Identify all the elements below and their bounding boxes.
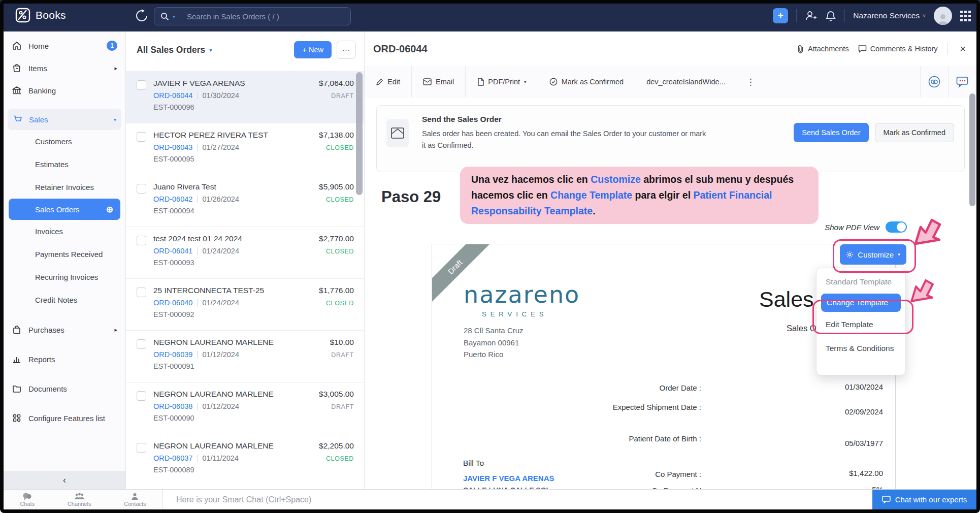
sidebar-item-items[interactable]: Items ▸ bbox=[4, 57, 125, 79]
home-icon bbox=[12, 41, 22, 51]
order-number-link[interactable]: ORD-06041 bbox=[153, 247, 192, 255]
search-input[interactable]: Search in Sales Orders ( / ) bbox=[187, 12, 279, 21]
table-row[interactable]: NEGRON LAUREANO MARLENE ORD-0603701/11/2… bbox=[125, 434, 364, 486]
order-number-link[interactable]: ORD-06044 bbox=[153, 91, 192, 100]
detail-scrollbar[interactable] bbox=[969, 93, 975, 206]
pdf-print-button[interactable]: PDF/Print ▾ bbox=[466, 66, 538, 98]
status-badge: DRAFT bbox=[330, 351, 354, 359]
sidebar-item-sales-orders[interactable]: Sales Orders ⊕ bbox=[9, 199, 120, 220]
order-number-link[interactable]: ORD-06037 bbox=[153, 454, 192, 462]
customer-name: HECTOR PEREZ RIVERA TEST bbox=[153, 131, 312, 140]
order-number-link[interactable]: ORD-06039 bbox=[153, 350, 192, 359]
table-row[interactable]: JAVIER F VEGA ARENAS ORD-0604401/30/2024… bbox=[125, 71, 364, 123]
integrations-rings-icon[interactable] bbox=[921, 66, 948, 98]
comments-history-button[interactable]: Comments & History bbox=[858, 45, 938, 53]
order-amount: $1,776.00 bbox=[319, 286, 354, 295]
notifications-bell-icon[interactable] bbox=[825, 10, 836, 22]
email-button[interactable]: Email bbox=[412, 66, 466, 98]
search-scope-caret-icon[interactable]: ▾ bbox=[173, 14, 175, 19]
sidebar-collapse-button[interactable]: ‹ bbox=[4, 471, 125, 490]
table-row[interactable]: 25 INTERCONNECTA TEST-25 ORD-0604001/24/… bbox=[125, 278, 364, 330]
search-icon bbox=[160, 12, 169, 21]
user-avatar[interactable] bbox=[934, 7, 952, 25]
feedback-bubble-icon[interactable] bbox=[948, 66, 976, 98]
row-checkbox[interactable] bbox=[137, 184, 146, 194]
table-row[interactable]: HECTOR PEREZ RIVERA TEST ORD-0604301/27/… bbox=[125, 123, 364, 175]
row-checkbox[interactable] bbox=[137, 132, 146, 142]
org-caret-icon: ˅ bbox=[923, 13, 926, 19]
invite-users-icon[interactable] bbox=[805, 10, 817, 21]
org-switcher[interactable]: Nazareno Services ˅ bbox=[853, 11, 926, 20]
send-sales-order-button[interactable]: Send Sales Order bbox=[794, 123, 868, 142]
envelope-illustration-icon bbox=[386, 119, 409, 147]
list-filter-dropdown[interactable]: All Sales Orders ▾ bbox=[137, 45, 212, 55]
sidebar-item-purchases[interactable]: Purchases ▸ bbox=[4, 318, 125, 341]
send-panel-title: Send the Sales Order bbox=[422, 115, 502, 124]
sidebar-item-invoices[interactable]: Invoices bbox=[4, 220, 125, 243]
row-checkbox[interactable] bbox=[137, 339, 146, 349]
filter-caret-icon: ▾ bbox=[209, 47, 212, 53]
envelope-icon bbox=[423, 78, 432, 85]
dock-item-chats[interactable]: Chats bbox=[20, 493, 35, 507]
quick-add-button[interactable]: + bbox=[773, 8, 788, 23]
menu-item-standard-template[interactable]: Standard Template bbox=[816, 273, 905, 291]
smart-chat-input[interactable]: Here is your Smart Chat (Ctrl+Space) bbox=[163, 490, 872, 509]
status-badge: DRAFT bbox=[319, 403, 354, 410]
add-sales-order-icon[interactable]: ⊕ bbox=[106, 204, 113, 215]
history-icon[interactable] bbox=[135, 9, 148, 22]
list-scrollbar[interactable] bbox=[356, 72, 363, 195]
detail-body: Send the Sales Order Sales order has bee… bbox=[365, 98, 976, 490]
close-icon[interactable]: ✕ bbox=[957, 44, 969, 54]
sidebar-item-documents[interactable]: Documents bbox=[4, 377, 125, 400]
table-row[interactable]: test 2024 test 01 24 2024 ORD-0604101/24… bbox=[125, 227, 364, 278]
global-search[interactable]: ▾ Search in Sales Orders ( / ) bbox=[154, 7, 351, 25]
edit-button[interactable]: Edit bbox=[365, 66, 412, 98]
order-number-link[interactable]: ORD-06040 bbox=[153, 299, 192, 307]
dock-item-channels[interactable]: Channels bbox=[68, 493, 91, 507]
row-checkbox[interactable] bbox=[137, 443, 146, 453]
row-checkbox[interactable] bbox=[137, 391, 146, 401]
sidebar-group-sales[interactable]: Sales ▾ bbox=[8, 109, 121, 130]
chat-with-experts-button[interactable]: Chat with our experts bbox=[872, 490, 976, 509]
sidebar-item-credit-notes[interactable]: Credit Notes bbox=[4, 288, 125, 311]
menu-divider bbox=[816, 336, 905, 336]
menu-item-terms-conditions[interactable]: Terms & Conditions bbox=[816, 341, 905, 356]
mark-as-confirmed-button[interactable]: Mark as Confirmed bbox=[538, 66, 635, 98]
divider bbox=[844, 9, 845, 22]
sidebar-item-payments-received[interactable]: Payments Received bbox=[4, 243, 125, 266]
list-more-button[interactable]: ··· bbox=[337, 41, 356, 59]
field-row: Patient Date of Birth : 05/03/1977 bbox=[432, 433, 701, 444]
sidebar-item-retainer-invoices[interactable]: Retainer Invoices bbox=[4, 176, 125, 199]
custom-action-button[interactable]: dev_createIslandWide... bbox=[635, 66, 737, 98]
order-number-link[interactable]: ORD-06042 bbox=[153, 195, 192, 203]
sidebar-item-estimates[interactable]: Estimates bbox=[4, 153, 125, 176]
dock-item-contacts[interactable]: Contacts bbox=[124, 493, 146, 507]
sidebar-item-configure-features[interactable]: Configure Features list bbox=[4, 407, 125, 429]
order-number-link[interactable]: ORD-06038 bbox=[153, 402, 192, 410]
sidebar-item-recurring-invoices[interactable]: Recurring Invoices bbox=[4, 266, 125, 288]
company-logo: nazareno SERVICES bbox=[464, 281, 580, 318]
sidebar-item-reports[interactable]: Reports bbox=[4, 348, 125, 370]
sidebar-item-home[interactable]: Home 1 bbox=[4, 35, 125, 57]
customer-name: NEGRON LAUREANO MARLENE bbox=[153, 390, 312, 399]
apps-grid-icon[interactable] bbox=[960, 11, 971, 21]
attachments-button[interactable]: Attachments bbox=[797, 45, 849, 53]
sidebar-item-banking[interactable]: Banking bbox=[4, 79, 125, 102]
estimate-number: EST-000090 bbox=[153, 414, 312, 422]
mark-as-confirmed-secondary-button[interactable]: Mark as Confirmed bbox=[875, 123, 954, 142]
sidebar-item-customers[interactable]: Customers bbox=[4, 130, 125, 153]
table-row[interactable]: NEGRON LAUREANO MARLENE ORD-0603901/12/2… bbox=[125, 330, 364, 382]
table-row[interactable]: Juano Rivera Test ORD-0604201/26/2024 ES… bbox=[125, 175, 364, 227]
table-row[interactable]: NEGRON LAUREANO MARLENE ORD-0603801/12/2… bbox=[125, 382, 364, 434]
row-checkbox[interactable] bbox=[137, 287, 146, 297]
new-sales-order-button[interactable]: + New bbox=[294, 41, 332, 58]
order-number-link[interactable]: ORD-06043 bbox=[153, 143, 192, 151]
show-pdf-view-toggle[interactable] bbox=[886, 221, 907, 233]
app-logo[interactable]: Books bbox=[15, 8, 66, 23]
row-checkbox[interactable] bbox=[137, 80, 146, 90]
more-actions-kebab-icon[interactable]: ⋮ bbox=[737, 66, 764, 98]
row-checkbox[interactable] bbox=[137, 236, 146, 245]
bill-to-customer-link[interactable]: JAVIER F VEGA ARENAS bbox=[463, 474, 554, 483]
sidebar-item-label: Customers bbox=[35, 137, 72, 146]
field-value: $1,422.00 bbox=[792, 469, 883, 477]
